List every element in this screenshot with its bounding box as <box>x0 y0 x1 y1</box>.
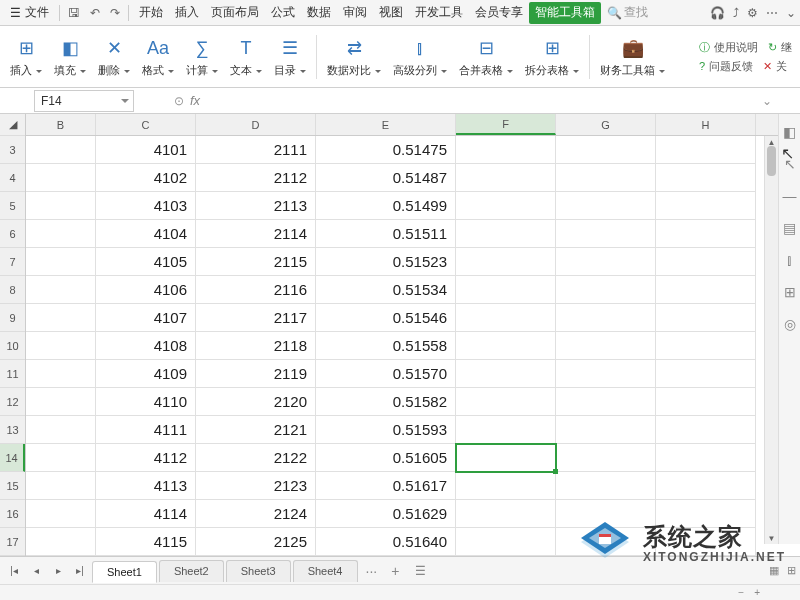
cell-D12[interactable]: 2120 <box>196 388 316 416</box>
cell-H11[interactable] <box>656 360 756 388</box>
cell-E17[interactable]: 0.51640 <box>316 528 456 556</box>
hamburger-menu[interactable]: ☰ 文件 <box>4 2 55 24</box>
cell-H5[interactable] <box>656 192 756 220</box>
panel-camera-icon[interactable]: ◎ <box>782 316 798 332</box>
share-icon[interactable]: ⤴ <box>733 6 739 20</box>
cell-D17[interactable]: 2125 <box>196 528 316 556</box>
cell-G10[interactable] <box>556 332 656 360</box>
vertical-scrollbar[interactable]: ▲ ▼ <box>764 136 778 544</box>
menu-tab-视图[interactable]: 视图 <box>373 2 409 24</box>
ribbon-insert-button[interactable]: ⊞插入 <box>4 29 48 85</box>
menu-tab-智能工具箱[interactable]: 智能工具箱 <box>529 2 601 24</box>
cell-G7[interactable] <box>556 248 656 276</box>
panel-minus-icon[interactable]: — <box>782 188 798 204</box>
cell-B16[interactable] <box>26 500 96 528</box>
cell-H14[interactable] <box>656 444 756 472</box>
cell-E4[interactable]: 0.51487 <box>316 164 456 192</box>
cell-C16[interactable]: 4114 <box>96 500 196 528</box>
cell-G14[interactable] <box>556 444 656 472</box>
ribbon-merge-button[interactable]: ⊟合并表格 <box>453 29 519 85</box>
cell-F7[interactable] <box>456 248 556 276</box>
search-fx-icon[interactable]: ⊙ <box>174 94 184 108</box>
settings-icon[interactable]: ⚙ <box>747 6 758 20</box>
zoom-out-icon[interactable]: − <box>738 587 744 598</box>
cell-B8[interactable] <box>26 276 96 304</box>
formula-input[interactable] <box>206 91 736 111</box>
row-header-3[interactable]: 3 <box>0 136 25 164</box>
cell-F16[interactable] <box>456 500 556 528</box>
more-icon[interactable]: ⋯ <box>766 6 778 20</box>
cell-H15[interactable] <box>656 472 756 500</box>
tab-nav-last[interactable]: ▸| <box>70 561 90 581</box>
cell-D6[interactable]: 2114 <box>196 220 316 248</box>
menu-tab-审阅[interactable]: 审阅 <box>337 2 373 24</box>
cell-D15[interactable]: 2123 <box>196 472 316 500</box>
menu-tab-开发工具[interactable]: 开发工具 <box>409 2 469 24</box>
row-header-5[interactable]: 5 <box>0 192 25 220</box>
panel-filter-icon[interactable]: ⫿ <box>782 252 798 268</box>
sheet-tab-Sheet4[interactable]: Sheet4 <box>293 560 358 582</box>
cell-E12[interactable]: 0.51582 <box>316 388 456 416</box>
cell-H13[interactable] <box>656 416 756 444</box>
cell-F3[interactable] <box>456 136 556 164</box>
cell-G12[interactable] <box>556 388 656 416</box>
cell-E11[interactable]: 0.51570 <box>316 360 456 388</box>
redo-icon[interactable]: ↷ <box>106 6 124 20</box>
column-header-C[interactable]: C <box>96 114 196 135</box>
zoom-in-icon[interactable]: + <box>754 587 760 598</box>
sheet-tabs-more[interactable]: ··· <box>360 563 384 579</box>
cell-B12[interactable] <box>26 388 96 416</box>
ribbon-calc-button[interactable]: ∑计算 <box>180 29 224 85</box>
menu-tab-数据[interactable]: 数据 <box>301 2 337 24</box>
cell-F10[interactable] <box>456 332 556 360</box>
cell-C12[interactable]: 4110 <box>96 388 196 416</box>
ribbon-fill-button[interactable]: ◧填充 <box>48 29 92 85</box>
cell-B17[interactable] <box>26 528 96 556</box>
cell-B4[interactable] <box>26 164 96 192</box>
cell-G8[interactable] <box>556 276 656 304</box>
cell-F12[interactable] <box>456 388 556 416</box>
cell-G11[interactable] <box>556 360 656 388</box>
column-header-E[interactable]: E <box>316 114 456 135</box>
cell-E5[interactable]: 0.51499 <box>316 192 456 220</box>
cell-B10[interactable] <box>26 332 96 360</box>
cell-C13[interactable]: 4111 <box>96 416 196 444</box>
ribbon-delete-button[interactable]: ✕删除 <box>92 29 136 85</box>
cell-F8[interactable] <box>456 276 556 304</box>
cell-B5[interactable] <box>26 192 96 220</box>
ribbon-format-button[interactable]: Aa格式 <box>136 29 180 85</box>
ribbon-toc-button[interactable]: ☰目录 <box>268 29 312 85</box>
view-layout-icon[interactable]: ⊞ <box>787 564 796 577</box>
cell-H3[interactable] <box>656 136 756 164</box>
row-header-6[interactable]: 6 <box>0 220 25 248</box>
cell-B9[interactable] <box>26 304 96 332</box>
cell-B15[interactable] <box>26 472 96 500</box>
cell-B7[interactable] <box>26 248 96 276</box>
cell-C10[interactable]: 4108 <box>96 332 196 360</box>
cell-E10[interactable]: 0.51558 <box>316 332 456 360</box>
menu-tab-开始[interactable]: 开始 <box>133 2 169 24</box>
headset-icon[interactable]: 🎧 <box>710 6 725 20</box>
sheet-tab-Sheet2[interactable]: Sheet2 <box>159 560 224 582</box>
row-header-14[interactable]: 14 <box>0 444 25 472</box>
cell-D8[interactable]: 2116 <box>196 276 316 304</box>
column-header-D[interactable]: D <box>196 114 316 135</box>
ribbon-split-tbl-button[interactable]: ⊞拆分表格 <box>519 29 585 85</box>
cell-H4[interactable] <box>656 164 756 192</box>
cell-D14[interactable]: 2122 <box>196 444 316 472</box>
cell-B14[interactable] <box>26 444 96 472</box>
cell-E13[interactable]: 0.51593 <box>316 416 456 444</box>
panel-layers-icon[interactable]: ▤ <box>782 220 798 236</box>
add-sheet-button[interactable]: + <box>385 563 405 579</box>
row-header-17[interactable]: 17 <box>0 528 25 556</box>
cell-B6[interactable] <box>26 220 96 248</box>
cell-B13[interactable] <box>26 416 96 444</box>
cell-E3[interactable]: 0.51475 <box>316 136 456 164</box>
cell-C14[interactable]: 4112 <box>96 444 196 472</box>
cell-G13[interactable] <box>556 416 656 444</box>
cell-F15[interactable] <box>456 472 556 500</box>
row-header-10[interactable]: 10 <box>0 332 25 360</box>
cell-F6[interactable] <box>456 220 556 248</box>
usage-help-button[interactable]: ⓘ使用说明 ↻继 <box>699 40 792 55</box>
fx-icon[interactable]: fx <box>190 93 200 108</box>
